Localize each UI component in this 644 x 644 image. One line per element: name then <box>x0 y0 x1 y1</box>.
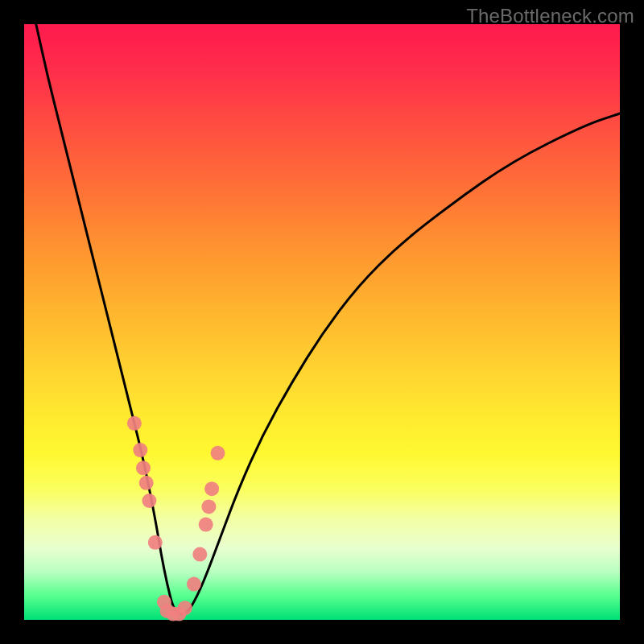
plot-area <box>24 24 620 620</box>
data-point <box>192 547 207 562</box>
chart-frame: TheBottleneck.com <box>0 0 644 644</box>
data-point <box>178 601 192 615</box>
marker-group <box>127 416 225 621</box>
data-point <box>127 416 142 431</box>
data-point <box>139 476 154 490</box>
data-point <box>187 577 201 592</box>
bottleneck-curve-path <box>36 24 620 614</box>
data-point <box>211 446 225 460</box>
data-point <box>148 535 163 550</box>
data-point <box>133 443 147 457</box>
data-point <box>199 518 213 532</box>
data-point <box>136 460 151 475</box>
watermark-text: TheBottleneck.com <box>466 5 634 27</box>
curve-layer <box>24 24 620 620</box>
data-point <box>201 499 216 514</box>
data-point <box>204 481 219 496</box>
data-point <box>142 493 156 508</box>
